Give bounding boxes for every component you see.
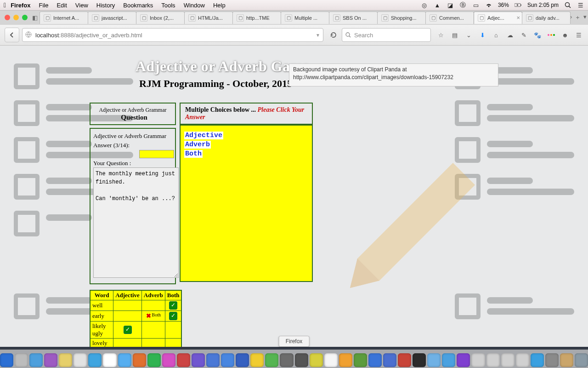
dock-app-4[interactable] bbox=[59, 353, 72, 367]
dock-app-30[interactable] bbox=[442, 353, 455, 367]
tab-6[interactable]: ▢SBS On ... bbox=[329, 12, 378, 24]
answer-both[interactable]: Both bbox=[184, 150, 203, 158]
bookmark-star-icon[interactable]: ☆ bbox=[436, 30, 446, 40]
tab-5[interactable]: ▢Multiple ... bbox=[281, 12, 329, 24]
status-icon-2[interactable]: ▲ bbox=[434, 1, 441, 9]
tab-4[interactable]: ▢http...TME bbox=[232, 12, 281, 24]
menu-history[interactable]: History bbox=[96, 2, 115, 9]
dock-app-24[interactable] bbox=[354, 353, 367, 367]
dock-app-33[interactable] bbox=[486, 353, 500, 367]
dock-app-38[interactable] bbox=[560, 353, 573, 367]
dock-app-5[interactable] bbox=[74, 353, 87, 367]
tab-2[interactable]: ▢Inbox (2,... bbox=[136, 12, 185, 24]
reload-button[interactable] bbox=[328, 29, 339, 40]
downloads-icon[interactable]: ⬇ bbox=[478, 30, 487, 40]
dock-app-35[interactable] bbox=[516, 353, 529, 367]
dock-app-14[interactable] bbox=[206, 353, 220, 367]
question-textarea[interactable] bbox=[93, 167, 179, 278]
menu-file[interactable]: File bbox=[39, 2, 48, 9]
tab-0[interactable]: ▢Internet A... bbox=[40, 12, 88, 24]
status-icon-4[interactable]: Ⓑ bbox=[459, 1, 467, 9]
menu-bookmarks[interactable]: Bookmarks bbox=[123, 2, 153, 9]
answer-input[interactable] bbox=[139, 150, 174, 158]
close-tab-icon[interactable]: × bbox=[516, 14, 520, 21]
search-bar[interactable]: Search bbox=[342, 28, 431, 42]
dock-app-36[interactable] bbox=[531, 353, 544, 367]
dock-app-6[interactable] bbox=[88, 353, 102, 367]
list-all-tabs-icon[interactable]: ▾ bbox=[583, 13, 587, 22]
window-minimize[interactable] bbox=[13, 15, 19, 20]
dock-app-12[interactable] bbox=[177, 353, 190, 367]
dock-app-20[interactable] bbox=[295, 353, 308, 367]
answer-adverb[interactable]: Adverb bbox=[184, 141, 211, 149]
dock-app-22[interactable] bbox=[324, 353, 338, 367]
dock-app-37[interactable] bbox=[545, 353, 559, 367]
window-close[interactable] bbox=[5, 15, 10, 20]
tab-7[interactable]: ▢Shopping... bbox=[377, 12, 426, 24]
dock-app-19[interactable] bbox=[280, 353, 293, 367]
reader-icon[interactable]: ▤ bbox=[450, 30, 459, 40]
clock[interactable]: Sun 2:05 pm bbox=[527, 2, 559, 8]
home-icon[interactable]: ⌂ bbox=[492, 30, 501, 40]
tab-9[interactable]: ▢Adjec...× bbox=[474, 12, 522, 24]
tab-1[interactable]: ▢javascript... bbox=[88, 12, 136, 24]
dock-app-28[interactable] bbox=[413, 353, 426, 367]
menu-tools[interactable]: Tools bbox=[161, 2, 175, 9]
tab-8[interactable]: ▢Commen... bbox=[425, 12, 474, 24]
dock-app-26[interactable] bbox=[383, 353, 396, 367]
new-tab-icon[interactable]: ＋ bbox=[575, 13, 581, 22]
dock-app-29[interactable] bbox=[427, 353, 441, 367]
menu-list-icon[interactable]: ☰ bbox=[577, 1, 584, 9]
dock-app-23[interactable] bbox=[339, 353, 352, 367]
sync-icon[interactable]: ☁ bbox=[505, 30, 514, 40]
tab-3[interactable]: ▢HTML/Ja... bbox=[184, 12, 233, 24]
menu-help[interactable]: Help bbox=[213, 2, 226, 9]
app-menu[interactable]: Firefox bbox=[11, 2, 30, 9]
dock-app-25[interactable] bbox=[368, 353, 382, 367]
dock-app-3[interactable] bbox=[44, 353, 57, 367]
url-dropdown-icon[interactable]: ▼ bbox=[316, 33, 320, 38]
dock-app-10[interactable] bbox=[147, 353, 161, 367]
status-icon-3[interactable]: ◪ bbox=[447, 1, 454, 9]
battery-icon[interactable] bbox=[514, 1, 522, 9]
status-icon-1[interactable]: ◎ bbox=[421, 1, 428, 9]
dock-app-13[interactable] bbox=[192, 353, 205, 367]
dock-app-16[interactable] bbox=[236, 353, 249, 367]
sidebar-toggle-icon[interactable]: ◧ bbox=[32, 12, 38, 23]
addon-icon-1[interactable]: ✎ bbox=[519, 30, 528, 40]
dock-app-39[interactable] bbox=[575, 353, 588, 367]
url-bar[interactable]: localhost:8888/adjective_or_adverb.html … bbox=[22, 28, 323, 42]
dock-app-18[interactable] bbox=[265, 353, 278, 367]
dock-app-34[interactable] bbox=[501, 353, 514, 367]
dock-app-0[interactable] bbox=[0, 353, 13, 367]
addon-icon-3[interactable] bbox=[547, 30, 556, 40]
airplay-icon[interactable]: ▭ bbox=[472, 1, 480, 9]
site-identity-icon[interactable] bbox=[25, 31, 33, 39]
dock-app-15[interactable] bbox=[221, 353, 234, 367]
dock-app-17[interactable] bbox=[250, 353, 264, 367]
dock-app-27[interactable] bbox=[398, 353, 411, 367]
dock-app-21[interactable] bbox=[310, 353, 323, 367]
hamburger-menu-icon[interactable]: ☰ bbox=[574, 30, 583, 40]
back-button[interactable] bbox=[5, 28, 19, 42]
wifi-icon[interactable] bbox=[485, 1, 492, 9]
dock-app-9[interactable] bbox=[133, 353, 146, 367]
dock-app-11[interactable] bbox=[162, 353, 175, 367]
spotlight-icon[interactable] bbox=[564, 1, 571, 9]
menu-edit[interactable]: Edit bbox=[57, 2, 67, 9]
apple-menu-icon[interactable]:  bbox=[4, 1, 6, 9]
addon-icon-4[interactable]: ☻ bbox=[560, 30, 570, 40]
pocket-icon[interactable]: ⌄ bbox=[464, 30, 473, 40]
dock-app-32[interactable] bbox=[471, 353, 485, 367]
tab-10[interactable]: ▢daily adv... bbox=[522, 12, 571, 24]
dock-app-7[interactable] bbox=[103, 353, 116, 367]
dock-app-31[interactable] bbox=[457, 353, 470, 367]
window-zoom[interactable] bbox=[22, 15, 28, 20]
dock-app-2[interactable] bbox=[29, 353, 43, 367]
menu-window[interactable]: Window bbox=[184, 2, 205, 9]
answer-adjective[interactable]: Adjective bbox=[184, 132, 223, 139]
dock-app-1[interactable] bbox=[15, 353, 28, 367]
addon-icon-2[interactable]: 🐾 bbox=[533, 30, 542, 40]
menu-view[interactable]: View bbox=[75, 2, 88, 9]
dock-app-8[interactable] bbox=[118, 353, 131, 367]
